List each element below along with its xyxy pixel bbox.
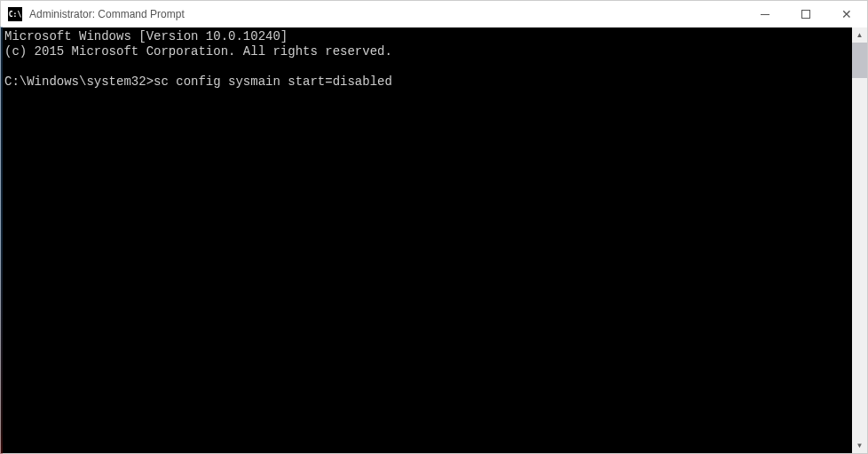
vertical-scrollbar[interactable]: ▲ ▼ [852, 27, 867, 453]
close-button[interactable]: ✕ [826, 1, 867, 27]
maximize-button[interactable] [785, 1, 826, 27]
window-left-edge [0, 27, 3, 454]
titlebar[interactable]: C:\ Administrator: Command Prompt ✕ [1, 1, 867, 27]
terminal-command: sc config sysmain start=disabled [154, 74, 392, 89]
scroll-up-arrow[interactable]: ▲ [852, 27, 867, 43]
scroll-thumb[interactable] [852, 43, 867, 78]
terminal-line-1: Microsoft Windows [Version 10.0.10240] [4, 29, 288, 43]
window-title: Administrator: Command Prompt [29, 8, 185, 20]
minimize-button[interactable] [745, 1, 785, 27]
cmd-icon: C:\ [8, 7, 22, 21]
terminal-line-2: (c) 2015 Microsoft Corporation. All righ… [4, 44, 392, 59]
minimize-icon [761, 14, 769, 15]
command-prompt-window: C:\ Administrator: Command Prompt ✕ Micr… [0, 0, 868, 454]
close-icon: ✕ [841, 8, 852, 20]
terminal-container: Microsoft Windows [Version 10.0.10240] (… [1, 27, 867, 453]
scroll-down-arrow[interactable]: ▼ [852, 438, 867, 453]
window-controls: ✕ [745, 1, 867, 27]
maximize-icon [801, 10, 810, 19]
terminal-prompt: C:\Windows\system32> [4, 74, 154, 89]
cmd-icon-text: C:\ [9, 11, 21, 19]
terminal-output[interactable]: Microsoft Windows [Version 10.0.10240] (… [1, 27, 852, 453]
scroll-track[interactable] [852, 43, 867, 438]
